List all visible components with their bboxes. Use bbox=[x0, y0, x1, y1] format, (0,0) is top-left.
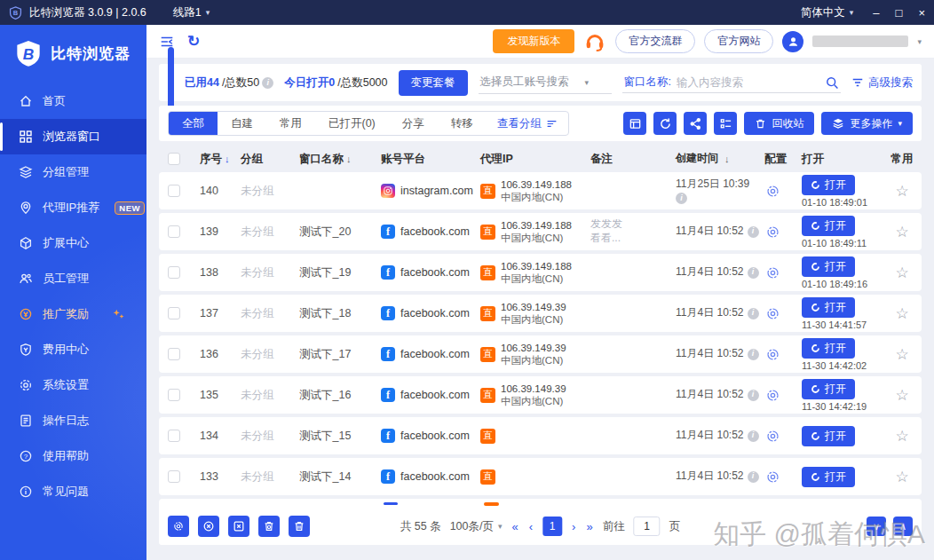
maximize-button[interactable]: □ bbox=[896, 6, 903, 20]
jump-page-input[interactable] bbox=[634, 517, 661, 536]
row-checkbox[interactable] bbox=[168, 348, 180, 360]
sidebar-item-billing-center[interactable]: 费用中心 bbox=[0, 332, 146, 367]
window-arrange-button[interactable] bbox=[623, 112, 646, 135]
info-icon[interactable]: i bbox=[748, 471, 759, 483]
header-note[interactable]: 备注 bbox=[590, 152, 676, 166]
list-view-button[interactable] bbox=[714, 112, 737, 135]
header-favorite[interactable]: 常用 bbox=[883, 152, 921, 167]
row-checkbox[interactable] bbox=[168, 430, 180, 442]
favorite-star-icon[interactable]: ☆ bbox=[895, 386, 908, 405]
tab-self-created[interactable]: 自建 bbox=[218, 112, 266, 135]
open-window-button[interactable]: 打开 bbox=[802, 426, 855, 446]
info-icon[interactable]: i bbox=[748, 308, 759, 319]
fingerprint-config-icon[interactable] bbox=[764, 428, 781, 445]
header-created[interactable]: 创建时间↓ bbox=[676, 152, 764, 166]
sidebar-item-faq[interactable]: 常见问题 bbox=[0, 474, 146, 509]
favorite-star-icon[interactable]: ☆ bbox=[895, 304, 908, 323]
open-window-button[interactable]: 打开 bbox=[802, 297, 855, 318]
line-selector[interactable]: 线路1 ▾ bbox=[173, 5, 210, 20]
search-icon[interactable] bbox=[825, 75, 839, 90]
open-window-button[interactable]: 打开 bbox=[802, 256, 855, 277]
per-page-select[interactable]: 100条/页 ▾ bbox=[450, 519, 503, 534]
first-page-button[interactable]: « bbox=[511, 520, 519, 533]
window-name-input[interactable] bbox=[677, 76, 819, 89]
open-window-button[interactable]: 打开 bbox=[802, 175, 855, 195]
fingerprint-config-icon[interactable] bbox=[764, 387, 781, 404]
next-page-button[interactable]: › bbox=[571, 520, 576, 533]
batch-fingerprint-button[interactable] bbox=[168, 516, 189, 537]
favorite-star-icon[interactable]: ☆ bbox=[895, 345, 908, 364]
tab-frequent[interactable]: 常用 bbox=[266, 112, 315, 135]
prev-page-button[interactable]: ‹ bbox=[528, 520, 534, 533]
open-window-button[interactable]: 打开 bbox=[802, 467, 855, 487]
sidebar-item-browser-windows[interactable]: 浏览器窗口 bbox=[0, 119, 146, 154]
change-plan-button[interactable]: 变更套餐 bbox=[399, 70, 468, 96]
advanced-search-button[interactable]: 高级搜索 bbox=[851, 75, 913, 91]
sidebar-item-staff-management[interactable]: 员工管理 bbox=[0, 261, 146, 296]
header-config[interactable]: 配置 bbox=[764, 152, 802, 167]
scroll-bottom-button[interactable]: ∨ bbox=[867, 517, 886, 536]
more-operations-button[interactable]: 更多操作 ▾ bbox=[821, 112, 913, 135]
chevron-down-icon[interactable]: ▾ bbox=[917, 37, 922, 46]
select-all-checkbox[interactable] bbox=[168, 153, 180, 165]
sidebar-item-home[interactable]: 首页 bbox=[0, 83, 146, 119]
official-website-button[interactable]: 官方网站 bbox=[704, 29, 773, 53]
info-icon[interactable]: i bbox=[262, 77, 273, 89]
recycle-timer-button[interactable] bbox=[258, 516, 280, 537]
favorite-star-icon[interactable]: ☆ bbox=[895, 427, 908, 446]
sidebar-item-operation-log[interactable]: 操作日志 bbox=[0, 403, 146, 438]
favorite-star-icon[interactable]: ☆ bbox=[895, 468, 908, 486]
sidebar-item-proxy-ip[interactable]: 代理IP推荐 NEW bbox=[0, 190, 146, 225]
header-open[interactable]: 打开 bbox=[802, 152, 883, 167]
sidebar-item-group-management[interactable]: 分组管理 bbox=[0, 154, 146, 190]
open-window-button[interactable]: 打开 bbox=[802, 338, 855, 359]
official-community-button[interactable]: 官方交流群 bbox=[615, 29, 695, 53]
delete-button[interactable] bbox=[289, 516, 310, 537]
fingerprint-config-icon[interactable] bbox=[764, 183, 781, 200]
favorite-star-icon[interactable]: ☆ bbox=[895, 264, 908, 282]
recycle-bin-button[interactable]: 回收站 bbox=[744, 112, 814, 135]
fingerprint-config-icon[interactable] bbox=[764, 305, 781, 322]
header-group[interactable]: 分组 bbox=[241, 152, 299, 167]
tab-all[interactable]: 全部 bbox=[169, 112, 218, 135]
row-checkbox[interactable] bbox=[168, 389, 180, 401]
sidebar-item-promo-reward[interactable]: 推广奖励 bbox=[0, 296, 146, 332]
customer-service-headset-icon[interactable] bbox=[583, 30, 606, 53]
favorite-star-icon[interactable]: ☆ bbox=[895, 182, 908, 201]
info-icon[interactable]: i bbox=[748, 267, 759, 279]
header-proxy-ip[interactable]: 代理IP bbox=[480, 152, 590, 167]
row-checkbox[interactable] bbox=[168, 470, 180, 483]
close-button[interactable]: × bbox=[918, 6, 925, 20]
header-seq[interactable]: 序号↓ bbox=[200, 152, 241, 167]
open-window-button[interactable]: 打开 bbox=[802, 379, 855, 399]
open-window-button[interactable]: 打开 bbox=[802, 216, 855, 236]
sidebar-item-system-settings[interactable]: 系统设置 bbox=[0, 367, 146, 403]
fingerprint-config-icon[interactable] bbox=[764, 224, 781, 241]
info-icon[interactable]: i bbox=[748, 430, 759, 442]
fingerprint-config-icon[interactable] bbox=[764, 264, 781, 281]
info-icon[interactable]: i bbox=[748, 226, 759, 238]
user-avatar[interactable] bbox=[782, 31, 803, 52]
close-windows-button[interactable] bbox=[228, 516, 249, 537]
info-icon[interactable]: i bbox=[748, 390, 759, 401]
tab-shared[interactable]: 分享 bbox=[389, 112, 438, 135]
scroll-top-button[interactable]: ∧ bbox=[893, 517, 913, 536]
last-page-button[interactable]: » bbox=[585, 520, 593, 533]
row-checkbox[interactable] bbox=[168, 185, 180, 197]
info-icon[interactable]: i bbox=[676, 193, 687, 204]
sidebar-item-extension-center[interactable]: 扩展中心 bbox=[0, 225, 146, 261]
language-selector[interactable]: 简体中文 ▾ bbox=[801, 5, 854, 20]
sidebar-item-help[interactable]: ? 使用帮助 bbox=[0, 438, 146, 474]
header-platform[interactable]: 账号平台 bbox=[381, 152, 480, 167]
refresh-page-button[interactable]: ↻ bbox=[187, 32, 200, 51]
row-checkbox[interactable] bbox=[168, 266, 180, 279]
row-checkbox[interactable] bbox=[168, 225, 180, 238]
tab-transferred[interactable]: 转移 bbox=[438, 112, 487, 135]
view-group-button[interactable]: 查看分组 bbox=[487, 112, 568, 135]
share-button[interactable] bbox=[684, 112, 707, 135]
fingerprint-config-icon[interactable] bbox=[764, 469, 781, 485]
info-icon[interactable]: i bbox=[748, 349, 759, 360]
tab-opened[interactable]: 已打开(0) bbox=[315, 112, 389, 135]
minimize-button[interactable]: – bbox=[873, 6, 879, 20]
current-page[interactable]: 1 bbox=[542, 517, 562, 536]
